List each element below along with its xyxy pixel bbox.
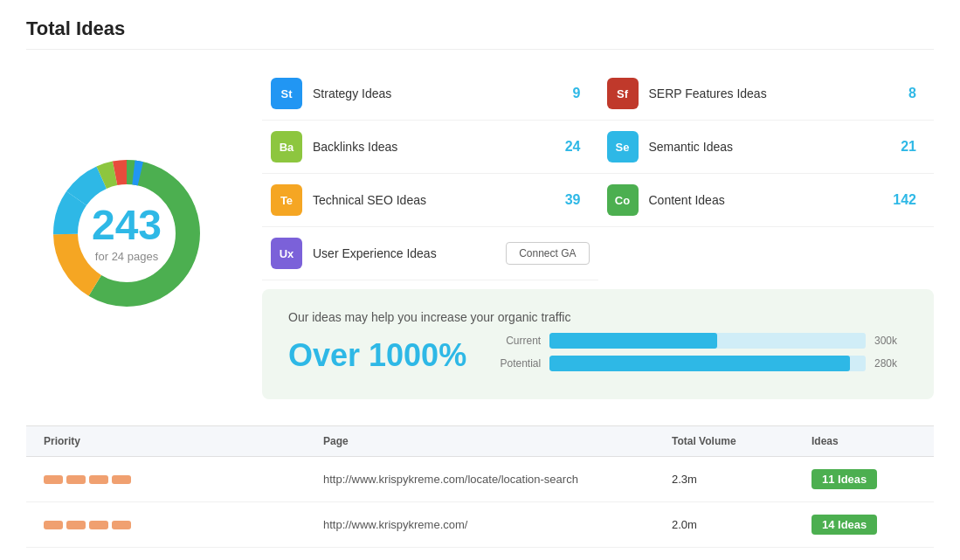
top-section: 243 for 24 pages StStrategy Ideas9SfSERP… bbox=[26, 67, 934, 399]
page-url: http://www.krispykreme.com/ bbox=[323, 518, 672, 531]
idea-count: 9 bbox=[555, 86, 590, 101]
page-title: Total Ideas bbox=[26, 17, 934, 50]
idea-row: TeTechnical SEO Ideas39 bbox=[262, 174, 598, 227]
page-url: http://www.krispykreme.com/locate/locati… bbox=[323, 473, 672, 486]
table-col-header: Total Volume bbox=[672, 435, 812, 447]
traffic-box: Our ideas may help you increase your org… bbox=[262, 289, 934, 399]
idea-row: StStrategy Ideas9 bbox=[262, 67, 598, 121]
idea-name: Content Ideas bbox=[649, 193, 891, 207]
ideas-cell: 11 Ideas bbox=[812, 469, 916, 489]
bar-track bbox=[549, 333, 866, 349]
idea-name: Technical SEO Ideas bbox=[313, 193, 555, 207]
table-col-header: Ideas bbox=[812, 435, 916, 447]
empty-cell bbox=[598, 227, 935, 280]
bar-fill bbox=[549, 356, 850, 371]
bar-label: Potential bbox=[493, 357, 541, 370]
idea-row: BaBacklinks Ideas24 bbox=[262, 121, 598, 174]
priority-dots bbox=[44, 475, 323, 484]
priority-dot bbox=[44, 521, 63, 529]
ideas-section: StStrategy Ideas9SfSERP Features Ideas8B… bbox=[262, 67, 934, 399]
table-body: http://www.krispykreme.com/locate/locati… bbox=[26, 457, 934, 560]
bar-value: 280k bbox=[874, 357, 908, 370]
idea-count: 8 bbox=[890, 86, 925, 101]
idea-count: 21 bbox=[890, 139, 925, 155]
table-row: http://www.krispykreme.com/locate/bowlin… bbox=[26, 548, 934, 560]
ideas-badge[interactable]: 14 Ideas bbox=[812, 515, 877, 535]
donut-number: 243 bbox=[92, 204, 162, 246]
idea-name: Semantic Ideas bbox=[649, 140, 891, 154]
ideas-grid: StStrategy Ideas9SfSERP Features Ideas8B… bbox=[262, 67, 934, 280]
idea-name: User Experience Ideas bbox=[313, 246, 506, 260]
priority-cell bbox=[44, 475, 323, 484]
priority-dots bbox=[44, 521, 323, 529]
traffic-tagline: Our ideas may help you increase your org… bbox=[288, 310, 908, 324]
bar-row: Potential280k bbox=[493, 356, 908, 371]
priority-dot bbox=[112, 475, 131, 484]
priority-cell bbox=[44, 521, 323, 529]
table-section: PriorityPageTotal VolumeIdeas http://www… bbox=[26, 425, 934, 560]
bar-fill bbox=[549, 333, 717, 349]
main-container: Total Ideas bbox=[0, 0, 960, 560]
idea-row: SeSemantic Ideas21 bbox=[598, 121, 935, 174]
donut-label: for 24 pages bbox=[92, 250, 162, 263]
donut-chart-wrap: 243 for 24 pages bbox=[26, 67, 227, 399]
priority-dot bbox=[112, 521, 131, 529]
idea-name: SERP Features Ideas bbox=[649, 86, 891, 100]
bar-row: Current300k bbox=[493, 333, 908, 349]
traffic-percent: Over 1000% bbox=[288, 337, 466, 374]
total-volume: 2.0m bbox=[672, 518, 812, 531]
priority-dot bbox=[89, 475, 108, 484]
donut-center: 243 for 24 pages bbox=[92, 204, 162, 263]
table-col-header: Priority bbox=[44, 435, 323, 447]
idea-count: 142 bbox=[890, 192, 925, 208]
idea-name: Strategy Ideas bbox=[313, 86, 555, 100]
idea-row: UxUser Experience IdeasConnect GA bbox=[262, 227, 598, 280]
idea-row: SfSERP Features Ideas8 bbox=[598, 67, 935, 121]
traffic-content: Over 1000% Current300kPotential280k bbox=[288, 333, 908, 378]
priority-dot bbox=[66, 475, 86, 484]
priority-dot bbox=[89, 521, 108, 529]
bar-label: Current bbox=[493, 335, 541, 347]
priority-dot bbox=[44, 475, 63, 484]
idea-row: CoContent Ideas142 bbox=[598, 174, 935, 227]
table-header: PriorityPageTotal VolumeIdeas bbox=[26, 425, 934, 457]
donut-chart: 243 for 24 pages bbox=[39, 146, 214, 321]
idea-badge: Te bbox=[271, 184, 302, 216]
idea-count: 24 bbox=[555, 139, 590, 155]
idea-badge: Co bbox=[607, 184, 639, 216]
idea-badge: Ba bbox=[271, 131, 302, 162]
idea-badge: Se bbox=[607, 131, 639, 162]
idea-name: Backlinks Ideas bbox=[313, 140, 555, 154]
idea-badge: Ux bbox=[271, 238, 302, 269]
bar-value: 300k bbox=[874, 335, 908, 347]
traffic-bars: Current300kPotential280k bbox=[493, 333, 908, 378]
priority-dot bbox=[66, 521, 86, 529]
idea-badge: Sf bbox=[607, 78, 639, 109]
table-row: http://www.krispykreme.com/locate/locati… bbox=[26, 457, 934, 502]
idea-badge: St bbox=[271, 78, 302, 109]
total-volume: 2.3m bbox=[672, 473, 812, 486]
bar-track bbox=[549, 356, 866, 371]
ideas-badge[interactable]: 11 Ideas bbox=[812, 469, 877, 489]
table-col-header: Page bbox=[323, 435, 672, 447]
connect-ga-button[interactable]: Connect GA bbox=[506, 242, 589, 265]
ideas-cell: 14 Ideas bbox=[812, 515, 916, 535]
table-row: http://www.krispykreme.com/2.0m14 Ideas bbox=[26, 502, 934, 548]
idea-count: 39 bbox=[555, 192, 590, 208]
